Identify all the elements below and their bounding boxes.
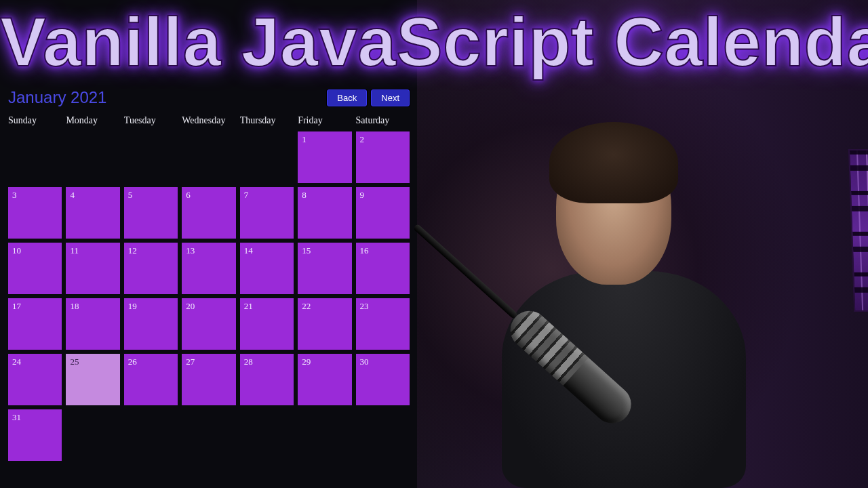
calendar-day[interactable]: 29 (298, 354, 351, 405)
weekday-label: Friday (298, 115, 351, 126)
calendar-day[interactable]: 31 (8, 409, 62, 461)
calendar-day[interactable]: 12 (124, 243, 178, 294)
calendar-day[interactable]: 26 (124, 354, 178, 405)
calendar-day[interactable]: 5 (124, 187, 178, 239)
weekday-label: Sunday (8, 115, 62, 126)
calendar-day[interactable]: 11 (66, 243, 119, 294)
calendar-day-padding (124, 131, 178, 183)
calendar-day[interactable]: 15 (298, 243, 351, 294)
calendar-day[interactable]: 7 (240, 187, 294, 239)
bg-monitor-left (848, 149, 868, 312)
calendar-day[interactable]: 4 (66, 187, 119, 239)
calendar-header: January 2021 Back Next (4, 88, 414, 111)
calendar-day[interactable]: 9 (356, 187, 410, 239)
calendar-day[interactable]: 3 (8, 187, 62, 239)
weekday-label: Tuesday (124, 115, 178, 126)
calendar-day[interactable]: 14 (240, 243, 294, 294)
calendar-day[interactable]: 20 (182, 298, 235, 350)
calendar-weekday-row: Sunday Monday Tuesday Wednesday Thursday… (4, 111, 414, 129)
calendar-widget: January 2021 Back Next Sunday Monday Tue… (4, 88, 414, 465)
calendar-day[interactable]: 18 (66, 298, 119, 350)
calendar-day-current[interactable]: 25 (66, 354, 119, 405)
weekday-label: Monday (66, 115, 119, 126)
calendar-day[interactable]: 8 (298, 187, 351, 239)
calendar-day[interactable]: 22 (298, 298, 351, 350)
calendar-day-padding (8, 131, 62, 183)
calendar-day[interactable]: 23 (356, 298, 410, 350)
calendar-day[interactable]: 13 (182, 243, 235, 294)
calendar-day[interactable]: 28 (240, 354, 294, 405)
calendar-day[interactable]: 21 (240, 298, 294, 350)
weekday-label: Saturday (356, 115, 410, 126)
calendar-day[interactable]: 6 (182, 187, 235, 239)
weekday-label: Thursday (240, 115, 294, 126)
next-button[interactable]: Next (371, 89, 410, 106)
calendar-day[interactable]: 16 (356, 243, 410, 294)
video-title: Vanilla JavaScript Calendar (0, 3, 868, 82)
calendar-day[interactable]: 2 (356, 131, 410, 183)
calendar-day[interactable]: 24 (8, 354, 62, 405)
calendar-day[interactable]: 10 (8, 243, 62, 294)
calendar-day[interactable]: 1 (298, 131, 351, 183)
calendar-day[interactable]: 30 (356, 354, 410, 405)
calendar-month-label: January 2021 (8, 88, 323, 107)
weekday-label: Wednesday (182, 115, 235, 126)
calendar-day-padding (182, 131, 235, 183)
back-button[interactable]: Back (327, 89, 367, 106)
calendar-day[interactable]: 17 (8, 298, 62, 350)
calendar-day[interactable]: 27 (182, 354, 235, 405)
calendar-day-padding (66, 131, 119, 183)
calendar-day-padding (240, 131, 294, 183)
calendar-day[interactable]: 19 (124, 298, 178, 350)
presenter-silhouette (515, 115, 719, 488)
calendar-grid: 1234567891011121314151617181920212223242… (4, 129, 414, 465)
